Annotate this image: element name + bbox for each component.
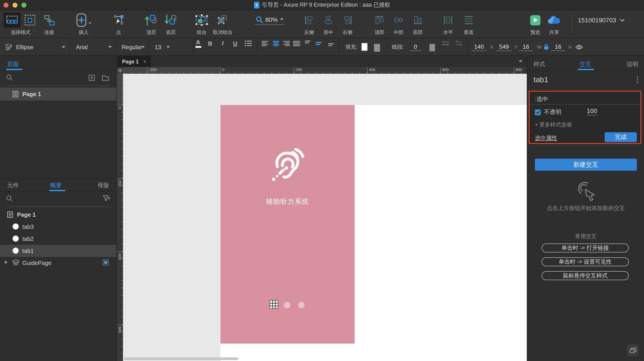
expand-caret-icon[interactable]: [5, 261, 8, 264]
outline-row-tab1-selected[interactable]: tab1: [0, 245, 116, 257]
height-field[interactable]: 16: [551, 38, 565, 55]
bring-to-front-button[interactable]: 顶层: [145, 12, 158, 36]
outline-row-guidepage[interactable]: GuidePage: [0, 257, 116, 269]
aspect-lock-button[interactable]: [544, 44, 549, 50]
x-position-field[interactable]: 140: [471, 38, 486, 55]
text-align-center-button[interactable]: [271, 38, 281, 48]
line-width-field[interactable]: 0: [410, 38, 421, 55]
font-color-button[interactable]: A: [193, 38, 203, 48]
common-interaction-hover-style[interactable]: 鼠标悬停交互样式: [542, 271, 629, 280]
tab-masters[interactable]: 母版: [98, 181, 109, 189]
add-folder-button[interactable]: [102, 75, 109, 82]
align-right-button[interactable]: 右侧: [342, 12, 352, 36]
font-weight-dropdown[interactable]: Regular: [122, 38, 142, 55]
text-align-right-button[interactable]: [281, 38, 291, 48]
distribute-vertical-icon: [464, 15, 474, 25]
align-left-icon: [304, 15, 314, 25]
text-align-left-button[interactable]: [260, 38, 270, 48]
line-color-swatch[interactable]: [429, 44, 435, 51]
italic-button[interactable]: I: [218, 38, 228, 48]
align-top-button[interactable]: 顶部: [374, 12, 384, 36]
group-button[interactable]: 组合: [195, 12, 208, 36]
tab-close-icon[interactable]: ×: [143, 58, 146, 64]
ungroup-button[interactable]: 取消组合: [213, 12, 232, 36]
more-style-options-link[interactable]: + 更多样式选项: [535, 121, 572, 129]
insert-label: 插入: [76, 29, 91, 36]
distribute-vertical-button[interactable]: 垂直: [464, 12, 474, 36]
filter-button[interactable]: [103, 195, 110, 203]
horizontal-ruler: -200 0 200 400 600 800: [123, 67, 527, 74]
visibility-button[interactable]: [575, 38, 583, 55]
select-intersect-icon[interactable]: [4, 12, 20, 28]
pagination-dot[interactable]: [298, 302, 304, 308]
point-mode-button[interactable]: 点: [112, 12, 125, 36]
underline-button[interactable]: U: [230, 38, 240, 48]
text-align-justify-button[interactable]: [292, 38, 302, 48]
outline-row-page[interactable]: Page 1: [0, 209, 116, 221]
shape-style-dropdown[interactable]: Ellipse: [4, 38, 33, 55]
tab-interactions[interactable]: 交互: [580, 60, 591, 68]
font-family-dropdown[interactable]: Arial: [76, 38, 88, 55]
tab-outline[interactable]: 概要: [50, 181, 62, 189]
align-center-button[interactable]: 居中: [323, 12, 333, 36]
valign-middle-button[interactable]: [314, 38, 324, 48]
selected-state-header[interactable]: :选中: [535, 95, 548, 103]
share-button[interactable]: 共享: [548, 12, 561, 36]
align-middle-button[interactable]: 中部: [394, 12, 404, 36]
outline-row-tab3[interactable]: tab3: [0, 221, 116, 233]
connect-button[interactable]: 连接: [44, 12, 55, 36]
valign-bottom-button[interactable]: [325, 38, 335, 48]
distribute-horizontal-button[interactable]: 水平: [443, 12, 453, 36]
pagination-dot[interactable]: [284, 302, 290, 308]
select-contain-icon[interactable]: [22, 12, 38, 28]
canvas-tab-page1[interactable]: Page 1 ×: [118, 56, 151, 67]
align-bottom-button[interactable]: 底部: [413, 12, 422, 36]
horizontal-scrollbar[interactable]: [124, 358, 238, 360]
valign-top-button[interactable]: [304, 38, 314, 48]
tab-widgets[interactable]: 元件: [7, 181, 19, 189]
bold-button[interactable]: B: [205, 38, 215, 48]
zoom-control[interactable]: 80%: [248, 12, 291, 28]
done-button[interactable]: 完成: [605, 132, 637, 142]
assistive-hearing-icon[interactable]: [270, 146, 304, 185]
tab-pages[interactable]: 页面: [7, 60, 19, 68]
insert-button[interactable]: 插入: [76, 12, 91, 36]
align-left-button[interactable]: 左侧: [304, 12, 314, 36]
common-interaction-set-visibility[interactable]: 单击时 -> 设置可见性: [542, 257, 629, 266]
distribute-horizontal-label: 水平: [443, 29, 453, 36]
bullet-list-button[interactable]: [243, 38, 253, 48]
preview-button[interactable]: 预览: [530, 12, 540, 36]
align-bottom-label: 底部: [413, 29, 422, 36]
send-to-back-button[interactable]: 底层: [164, 12, 177, 36]
width-field[interactable]: 16: [519, 38, 533, 55]
fill-color-swatch[interactable]: [361, 43, 368, 51]
opacity-checkbox[interactable]: 不透明: [535, 108, 561, 116]
search-icon: [6, 74, 13, 81]
selected-props-link[interactable]: 选中属性: [535, 134, 557, 142]
account-menu[interactable]: 15100190703: [578, 16, 624, 24]
line-style-button[interactable]: [441, 38, 451, 48]
page-row-selected[interactable]: Page 1: [0, 88, 116, 100]
pages-search-input[interactable]: [6, 74, 13, 82]
select-mode-button[interactable]: 选择模式: [2, 12, 39, 36]
arrow-style-button[interactable]: [454, 38, 463, 48]
outline-row-tab2[interactable]: tab2: [0, 233, 116, 245]
font-size-dropdown[interactable]: 13: [155, 38, 161, 55]
tab-style[interactable]: 样式: [534, 60, 545, 68]
opacity-input[interactable]: 100: [587, 107, 597, 114]
tab-list-caret-icon[interactable]: [519, 60, 522, 62]
outline-search-input[interactable]: [6, 195, 13, 203]
tab-notes[interactable]: 说明: [626, 60, 638, 68]
new-interaction-button[interactable]: 新建交互: [535, 159, 637, 171]
more-menu-icon[interactable]: [637, 76, 638, 83]
detach-panel-button[interactable]: [627, 345, 639, 356]
guide-page-artboard[interactable]: 辅助听力系统: [220, 105, 355, 344]
common-interaction-open-link[interactable]: 单击时 -> 打开链接: [542, 244, 629, 252]
add-page-button[interactable]: [88, 75, 95, 82]
fill-shadow-swatch[interactable]: [374, 44, 380, 52]
selected-widget-handles[interactable]: [270, 300, 278, 309]
artboard-title[interactable]: 辅助听力系统: [220, 197, 355, 206]
widget-name-field[interactable]: tab1: [534, 75, 548, 84]
canvas-viewport[interactable]: 辅助听力系统: [123, 74, 527, 361]
y-position-field[interactable]: 549: [496, 38, 512, 55]
